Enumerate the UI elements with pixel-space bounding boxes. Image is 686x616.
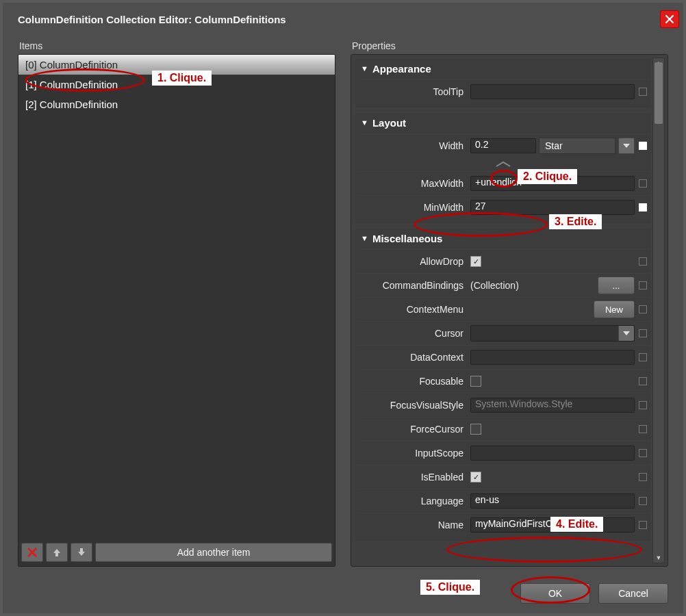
category-header-misc[interactable]: ▼ Miscellaneous: [355, 229, 651, 248]
property-marker[interactable]: [639, 203, 647, 211]
property-marker[interactable]: [639, 88, 647, 96]
cursor-dropdown[interactable]: [618, 326, 634, 341]
prop-label-datacontext: DataContext: [357, 352, 470, 363]
move-up-button[interactable]: [46, 543, 68, 562]
items-label: Items: [19, 40, 335, 51]
focusable-checkbox[interactable]: [470, 376, 481, 387]
scrollbar-thumb[interactable]: [655, 62, 663, 124]
prop-label-tooltip: ToolTip: [357, 86, 470, 97]
close-icon: [665, 15, 674, 23]
prop-label-maxwidth: MaxWidth: [357, 178, 470, 189]
category-header-appearance[interactable]: ▼ Appearance: [355, 59, 651, 78]
delete-icon: [27, 548, 37, 557]
property-marker[interactable]: [639, 377, 647, 385]
isenabled-checkbox[interactable]: ✓: [470, 472, 481, 483]
prop-allowdrop: AllowDrop ✓: [357, 249, 650, 273]
prop-label-isenabled: IsEnabled: [357, 472, 470, 483]
properties-panel: ▼ Appearance ToolTip: [351, 54, 668, 567]
prop-width: Width 0.2 Star: [357, 133, 650, 157]
property-marker[interactable]: [639, 353, 647, 361]
width-unit-combo[interactable]: Star: [539, 138, 615, 154]
delete-item-button[interactable]: [21, 543, 43, 562]
move-down-button[interactable]: [71, 543, 92, 562]
property-marker[interactable]: [639, 329, 647, 337]
properties-scrollarea: ▼ Appearance ToolTip: [355, 59, 651, 562]
arrow-down-icon: [77, 548, 86, 557]
category-title: Layout: [372, 117, 406, 129]
chevron-down-icon: [623, 331, 630, 335]
prop-label-focusable: Focusable: [357, 376, 470, 387]
add-item-button[interactable]: Add another item: [95, 543, 332, 562]
expand-advanced-toggle[interactable]: [357, 157, 650, 171]
chevron-down-icon: [623, 144, 630, 148]
property-marker[interactable]: [639, 521, 647, 529]
prop-isenabled: IsEnabled ✓: [357, 465, 650, 489]
prop-maxwidth: MaxWidth +unendlich: [357, 171, 650, 195]
datacontext-input[interactable]: [470, 350, 635, 365]
prop-label-focusvisualstyle: FocusVisualStyle: [357, 400, 470, 411]
expand-icon: ▼: [361, 64, 368, 73]
contextmenu-new-button[interactable]: New: [594, 300, 635, 318]
property-marker[interactable]: [639, 473, 647, 481]
prop-tooltip: ToolTip: [357, 79, 650, 103]
prop-label-cursor: Cursor: [357, 328, 470, 339]
property-marker[interactable]: [639, 257, 647, 266]
forcecursor-checkbox[interactable]: [470, 424, 481, 435]
commandbindings-value: (Collection): [470, 280, 595, 291]
width-input[interactable]: 0.2: [470, 138, 536, 153]
prop-label-contextmenu: ContextMenu: [357, 304, 470, 315]
property-marker[interactable]: [639, 305, 647, 313]
items-panel: [0] ColumnDefinition [1] ColumnDefinitio…: [18, 54, 335, 567]
category-misc: ▼ Miscellaneous AllowDrop ✓: [355, 229, 651, 541]
property-marker[interactable]: [639, 449, 647, 457]
items-list: [0] ColumnDefinition [1] ColumnDefinitio…: [18, 55, 335, 540]
prop-focusvisualstyle: FocusVisualStyle System.Windows.Style: [357, 393, 650, 417]
dialog-footer: OK Cancel: [3, 583, 683, 604]
window-title: ColumnDefinition Collection Editor: Colu…: [18, 14, 286, 25]
property-marker[interactable]: [639, 497, 647, 505]
cancel-button[interactable]: Cancel: [598, 583, 668, 604]
prop-label-inputscope: InputScope: [357, 448, 470, 459]
items-column: Items [0] ColumnDefinition [1] ColumnDef…: [18, 40, 335, 567]
ok-button[interactable]: OK: [520, 583, 590, 604]
category-appearance: ▼ Appearance ToolTip: [355, 59, 651, 107]
width-unit-dropdown[interactable]: [618, 138, 635, 154]
annotation-1: 1. Clique.: [152, 70, 212, 86]
annotation-2: 2. Clique.: [518, 169, 577, 184]
prop-label-language: Language: [357, 496, 470, 506]
focusvisualstyle-input[interactable]: System.Windows.Style: [470, 398, 635, 413]
prop-focusable: Focusable: [357, 369, 650, 393]
property-marker[interactable]: [639, 425, 647, 433]
language-input[interactable]: en-us: [470, 493, 635, 509]
prop-label-minwidth: MinWidth: [357, 202, 470, 213]
inputscope-input[interactable]: [470, 446, 635, 461]
prop-contextmenu: ContextMenu New: [357, 297, 650, 321]
close-button[interactable]: [660, 10, 679, 28]
prop-forcecursor: ForceCursor: [357, 417, 650, 441]
prop-language: Language en-us: [357, 489, 650, 513]
titlebar: ColumnDefinition Collection Editor: Colu…: [3, 3, 683, 36]
property-marker[interactable]: [639, 179, 647, 188]
prop-label-commandbindings: CommandBindings: [357, 280, 470, 291]
list-toolbar: Add another item: [18, 540, 335, 566]
cursor-combo[interactable]: [470, 325, 635, 342]
expand-icon: ▼: [361, 234, 368, 242]
commandbindings-edit-button[interactable]: ...: [598, 277, 635, 294]
property-marker[interactable]: [639, 281, 647, 290]
prop-label-allowdrop: AllowDrop: [357, 256, 470, 267]
prop-datacontext: DataContext: [357, 345, 650, 369]
category-layout: ▼ Layout Width 0.2 Star: [355, 113, 651, 223]
property-marker[interactable]: [639, 142, 647, 150]
tooltip-input[interactable]: [470, 84, 635, 99]
annotation-3: 3. Edite.: [549, 214, 602, 229]
minwidth-input[interactable]: 27: [470, 200, 635, 215]
list-item[interactable]: [2] ColumnDefinition: [18, 94, 335, 114]
prop-minwidth: MinWidth 27: [357, 195, 650, 219]
prop-name: Name myMainGridFirstColumn: [357, 513, 650, 537]
category-title: Miscellaneous: [372, 233, 443, 244]
property-marker[interactable]: [639, 401, 647, 409]
allowdrop-checkbox[interactable]: ✓: [470, 256, 481, 267]
arrow-up-icon: [52, 548, 62, 557]
properties-scrollbar[interactable]: ▲ ▼: [652, 57, 665, 563]
category-header-layout[interactable]: ▼ Layout: [355, 113, 651, 132]
